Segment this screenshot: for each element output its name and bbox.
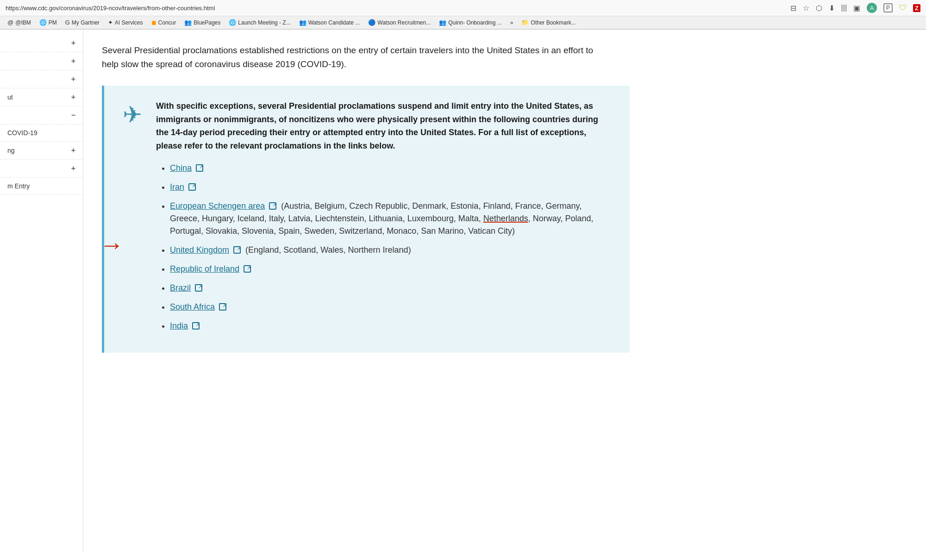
info-box-main-text: With specific exceptions, several Presid… <box>156 100 611 153</box>
plus-icon-4: + <box>71 93 75 101</box>
bookmark-ibm-label: @IBM <box>15 19 31 26</box>
bookmarks-bar: @ @IBM 🌐 PM G My Gartner ✦ AI Services ◼… <box>0 16 926 29</box>
ireland-external-icon <box>244 265 251 273</box>
account-icon[interactable]: A <box>867 3 877 13</box>
bookmark-bluepages[interactable]: 👥 BluePages <box>181 18 223 27</box>
bookmark-concur-label: Concur <box>158 19 176 26</box>
netherlands-text: Netherlands <box>483 214 528 223</box>
page-layout: + + + ut + − COVID-19 ng + + m E <box>0 30 926 553</box>
bookmark-watson-candidate[interactable]: 👥 Watson Candidate ... <box>296 18 363 27</box>
watson-candidate-icon: 👥 <box>299 19 307 26</box>
bookmark-ai-services-label: AI Services <box>115 19 143 26</box>
quinn-icon: 👥 <box>439 19 446 26</box>
sidebar-item-1[interactable]: + <box>0 34 83 52</box>
bookmark-watson-candidate-label: Watson Candidate ... <box>308 19 360 26</box>
india-link[interactable]: India <box>170 321 188 330</box>
red-arrow-icon: → <box>100 233 124 257</box>
plus-icon-2: + <box>71 57 75 65</box>
red-arrow-annotation: → <box>100 233 124 257</box>
south-africa-external-icon <box>219 303 226 311</box>
sync-icon[interactable]: P <box>883 3 893 12</box>
schengen-external-icon <box>269 202 276 210</box>
schengen-link[interactable]: European Schengen area <box>170 201 265 211</box>
list-item-ireland: Republic of Ireland <box>170 263 611 275</box>
sidebar-item-out[interactable]: ut + <box>0 88 83 106</box>
bookmark-watson-recruitment-label: Watson Recruitmen... <box>377 19 431 26</box>
bookmark-launch-meeting[interactable]: 🌐 Launch Meeting - Z... <box>226 18 293 27</box>
brazil-link[interactable]: Brazil <box>170 283 191 292</box>
url-text: https://www.cdc.gov/coronavirus/2019-nco… <box>6 5 786 12</box>
china-external-icon <box>196 164 203 172</box>
bookmark-pm-label: PM <box>49 19 57 26</box>
iran-external-icon <box>188 183 196 191</box>
bookmark-gartner[interactable]: G My Gartner <box>63 18 102 27</box>
library-icon[interactable]: ||| <box>841 4 847 12</box>
list-item-south-africa: South Africa <box>170 301 611 313</box>
ai-services-icon: ✦ <box>108 19 113 26</box>
concur-icon: ◼ <box>151 19 156 26</box>
pm-icon: 🌐 <box>39 19 47 26</box>
bookmark-concur[interactable]: ◼ Concur <box>149 18 179 27</box>
sidebar-label-entry: m Entry <box>7 182 75 190</box>
browser-icons: ⊟ ☆ ⬡ ⬇ ||| ▣ A P 🛡 Z <box>790 3 920 13</box>
airplane-icon: ✈ <box>123 101 142 128</box>
bookmark-other-label: Other Bookmark... <box>531 19 576 26</box>
launch-meeting-icon: 🌐 <box>229 19 236 26</box>
shield-icon[interactable]: 🛡 <box>899 4 907 12</box>
bookmark-star-icon[interactable]: ☆ <box>803 4 809 12</box>
list-item-iran: Iran <box>170 181 611 193</box>
uk-link[interactable]: United Kingdom <box>170 245 229 255</box>
watson-recruitment-icon: 🔵 <box>368 19 375 26</box>
bookmark-quinn[interactable]: 👥 Quinn- Onboarding ... <box>436 18 504 27</box>
bookmark-gartner-label: My Gartner <box>72 19 100 26</box>
india-external-icon <box>192 322 200 330</box>
list-item-brazil: Brazil <box>170 282 611 294</box>
sidebar-item-ng[interactable]: ng + <box>0 142 83 160</box>
china-link[interactable]: China <box>170 163 192 173</box>
iran-link[interactable]: Iran <box>170 182 184 192</box>
sidebar-item-5[interactable]: − <box>0 106 83 124</box>
sidebar-item-entry[interactable]: m Entry <box>0 178 83 195</box>
sidebar: + + + ut + − COVID-19 ng + + m E <box>0 30 83 553</box>
bookmark-ai-services[interactable]: ✦ AI Services <box>105 18 146 27</box>
sidebar-item-7[interactable]: + <box>0 160 83 178</box>
brazil-external-icon <box>195 284 202 292</box>
url-bar: https://www.cdc.gov/coronavirus/2019-nco… <box>0 0 926 16</box>
list-item-india: India <box>170 320 611 332</box>
ibm-icon: @ <box>7 19 13 26</box>
list-item-schengen: European Schengen area (Austria, Belgium… <box>170 200 611 237</box>
list-item-china: China <box>170 162 611 174</box>
sidebar-item-2[interactable]: + <box>0 52 83 70</box>
country-list: China Iran European Schengen area (Austr… <box>156 162 611 332</box>
ireland-link[interactable]: Republic of Ireland <box>170 264 239 274</box>
uk-external-icon <box>233 246 241 254</box>
more-label: » <box>510 19 513 26</box>
bookmark-watson-recruitment[interactable]: 🔵 Watson Recruitmen... <box>365 18 433 27</box>
reader-icon[interactable]: ⊟ <box>790 4 796 12</box>
sidebar-item-3[interactable]: + <box>0 70 83 88</box>
info-box: → ✈ With specific exceptions, several Pr… <box>102 86 630 353</box>
plus-icon-6: + <box>71 164 75 173</box>
pocket-icon[interactable]: ⬡ <box>816 4 822 12</box>
sidebar-item-covid[interactable]: COVID-19 <box>0 124 83 142</box>
minus-icon-1: − <box>71 111 75 119</box>
sidebar-toggle-icon[interactable]: ▣ <box>853 4 860 12</box>
plus-icon-5: + <box>71 146 75 155</box>
bookmark-ibm[interactable]: @ @IBM <box>5 18 34 27</box>
plus-icon-3: + <box>71 75 75 83</box>
intro-paragraph: Several Presidential proclamations estab… <box>102 44 611 72</box>
zotero-icon[interactable]: Z <box>913 4 920 12</box>
bookmark-other[interactable]: 📁 Other Bookmark... <box>519 18 578 27</box>
download-icon[interactable]: ⬇ <box>829 4 835 12</box>
bluepages-icon: 👥 <box>184 19 192 26</box>
bookmark-quinn-label: Quinn- Onboarding ... <box>448 19 501 26</box>
info-box-body: With specific exceptions, several Presid… <box>156 100 611 339</box>
bookmark-launch-meeting-label: Launch Meeting - Z... <box>238 19 290 26</box>
sidebar-label-covid: COVID-19 <box>7 129 75 137</box>
bookmark-pm[interactable]: 🌐 PM <box>37 18 60 27</box>
south-africa-link[interactable]: South Africa <box>170 302 215 311</box>
uk-detail-text: (England, Scotland, Wales, Northern Irel… <box>243 245 411 255</box>
list-item-uk: United Kingdom (England, Scotland, Wales… <box>170 244 611 256</box>
bookmark-bluepages-label: BluePages <box>194 19 220 26</box>
bookmark-more[interactable]: » <box>507 19 516 27</box>
